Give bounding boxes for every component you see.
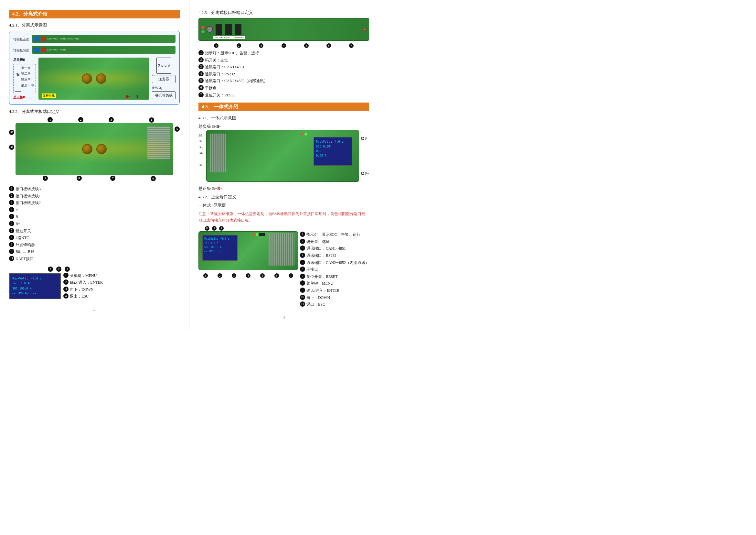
adapter-front-label: 转接板正面 (13, 37, 29, 42)
port-num-4: 4 (282, 43, 286, 48)
fp-annotation-item-1: 1指示灯：显示SOC、告警、运行 (300, 231, 369, 239)
front-panel-4-3-2: 11 8 9 PackVolt: 49.6 V In: 0.0 A SOC 10… (199, 226, 369, 308)
anno-circle-2: 2 (9, 193, 14, 198)
display-anno-3: 3 (48, 267, 53, 272)
main-board-4-2-2-sim (15, 123, 173, 175)
anno-9: 9 (43, 176, 48, 181)
fp-anno-circle-3: 3 (300, 245, 305, 251)
fp-annotation-item-5: 5通讯端口：CAN2+4852（内部通讯） (300, 259, 369, 267)
fp-annotation-item-7: 7复位开关：RESET (300, 273, 369, 280)
port-anno-circle-1: 1 (199, 50, 203, 55)
anno-circle-4: 4 (9, 207, 14, 212)
fp-anno-circle-11: 11 (300, 301, 305, 307)
port-can2-4852: CAN2+4852 (216, 24, 222, 35)
anno-3: 3 (109, 117, 114, 122)
reset-button-sim (363, 28, 366, 31)
fp-anno-circle-6: 6 (300, 267, 305, 272)
annotation-item-3: 3接口板转接线2 (9, 200, 180, 207)
port-rs232: RS232 (225, 24, 232, 35)
section-header-4-2: 4.2、分离式介绍 (9, 10, 180, 18)
anno-circle-8: 8 (9, 235, 14, 240)
fp-anno-11: 11 (205, 226, 209, 231)
port-num-2: 2 (237, 43, 241, 48)
subsection-4-3-1-title: 4.3.1、一体式示意图 (199, 115, 369, 121)
annotation-item-11: 11UART接口 (9, 256, 180, 263)
main-board-4-2-2: 1 2 3 4 ② ② 5 (9, 117, 180, 181)
p-plus-4-3-label: P+ (361, 171, 369, 175)
annotation-item-2: 2接口板转接线1 (9, 193, 180, 200)
b16-label: B16 (199, 163, 204, 167)
port-num-5: 5 (304, 43, 309, 48)
schematic-4-2-1: 转接板正面 CAN1+4851 RS232 CAN2+4852 转接板背面 CA… (9, 31, 180, 105)
fp-anno-5: 5 (260, 273, 265, 278)
annotation-item-6: 6B+ (9, 221, 180, 228)
lcd-display-4-2-2: PackVolt： 49.6 V In： 0.0 A SOC 100.0 % <… (9, 273, 61, 299)
fp-anno-circle-7: 7 (300, 274, 305, 279)
anno-circle-1: 1 (9, 186, 14, 191)
annotation-item-10: 10B0……B16 (9, 248, 180, 256)
fp-anno-circle-9: 9 (300, 288, 305, 293)
fp-anno-8: 8 (212, 226, 217, 231)
port-anno-circle-5: 5 (199, 78, 203, 83)
port-annotation-item-2: 2码开关：选址 (199, 57, 369, 64)
plug-icon: 🔌 (158, 86, 162, 90)
port-annotation-item-3: 3通讯端口：CAN1+4851 (199, 64, 369, 71)
subsection-4-3-2-subtitle: 一体式+显示屏 (199, 203, 369, 208)
fp-annotation-item-11: 11退出：ESC (300, 301, 369, 308)
port-annotation-item-5: 5通讯端口：CAN2+4852（内部通讯） (199, 78, 369, 85)
port-anno-circle-6: 6 (199, 85, 203, 90)
fp-anno-circle-5: 5 (300, 260, 305, 265)
fp-annotation-item-6: 6干接点 (300, 266, 369, 273)
port-anno-circle-3: 3 (199, 64, 203, 69)
anno-1: 1 (47, 117, 53, 122)
port-num-7: 7 (349, 43, 354, 48)
display-anno-circle-2: 2 (63, 279, 68, 285)
fp-anno-7: 7 (289, 273, 293, 278)
display-anno-circle-4: 4 (63, 294, 68, 298)
integral-diagram: 总负极 B-B- B1 B2 B3 B4 B16 PackVolt： 4.6 V… (199, 124, 369, 191)
port-num-6: 6 (326, 43, 331, 48)
b4-label: B4 (199, 151, 204, 155)
fp-anno-9: 9 (219, 226, 224, 231)
display-anno-2: 2 (56, 267, 62, 272)
page-right: 4.2.3、分离式接口板端口定义 CAN2+4852 RS232 CAN1+48… (189, 0, 378, 330)
p-oop-label: P-OOP+ (156, 58, 171, 74)
pos-main-4-3-label: 总正极 B+B+ (199, 186, 369, 191)
display-anno-circle-1: 1 (63, 273, 68, 278)
motor-load-box: 电机等负载 (152, 91, 176, 99)
fp-anno-circle-8: 8 (300, 280, 305, 286)
fp-anno-circle-4: 4 (300, 253, 305, 258)
fp-anno-4: 4 (246, 273, 251, 278)
anno-circle-5: 5 (9, 214, 14, 219)
fp-annotation-item-8: 8菜单键：MENU (300, 280, 369, 287)
integral-display: PackVolt： 4.6 V SOC 0.08° 0.0 9.69 A (313, 137, 352, 166)
display-annotation-item-4: 4退出：ESC (63, 293, 103, 300)
b-minus-label: B- (136, 95, 140, 98)
display-anno-1: 1 (65, 267, 70, 272)
cell3-label: 第三串 (21, 77, 34, 82)
annotation-item-4: 4P- (9, 207, 180, 214)
port-annotation-item-6: 6干接点 (199, 85, 369, 92)
neg-main-label: 总负极B- (13, 58, 36, 62)
rotary-switch (206, 26, 213, 33)
fp-anno-circle-1: 1 (300, 232, 305, 237)
subsection-4-2-3-title: 4.2.3、分离式接口板端口定义 (199, 10, 369, 15)
display-anno-circle-3: 3 (63, 287, 68, 292)
port-anno-circle-2: 2 (199, 57, 203, 62)
anno-4: 4 (149, 117, 154, 123)
annotations-4-2-2: 1接口板转接线32接口板转接线13接口板转接线24P-5B-6B+7钥匙开关84… (9, 186, 180, 263)
page-left: 4.2、分离式介绍 4.2.1、分离式示意图 转接板正面 CAN1+4851 R… (0, 0, 189, 330)
annotation-item-1: 1接口板转接线3 (9, 186, 180, 193)
annotations-4-2-3: 1指示灯：显示SOC、告警、运行2码开关：选址3通讯端口：CAN1+48514通… (199, 50, 369, 99)
p-minus-4-3-label: P- (361, 136, 369, 140)
port-num-1: 1 (214, 43, 219, 48)
front-panel-display: PackVolt: 49.6 V In: 0.0 A SOC 100.0 % <… (202, 235, 237, 261)
b3-label: B3 (199, 145, 204, 149)
subsection-4-2-2-title: 4.2.2、分离式主板端口定义 (9, 109, 180, 115)
front-panel-board-sim: PackVolt: 49.6 V In: 0.0 A SOC 100.0 % <… (199, 231, 298, 270)
fp-anno-3: 3 (232, 273, 236, 278)
port-annotation-item-1: 1指示灯：显示SOC、告警、运行 (199, 50, 369, 57)
cell-last-label: 最后一串 (21, 83, 34, 88)
fp-annotation-item-3: 3通讯端口：CAN1+4851 (300, 245, 369, 252)
sampling-label: 采样排线 (42, 94, 56, 98)
